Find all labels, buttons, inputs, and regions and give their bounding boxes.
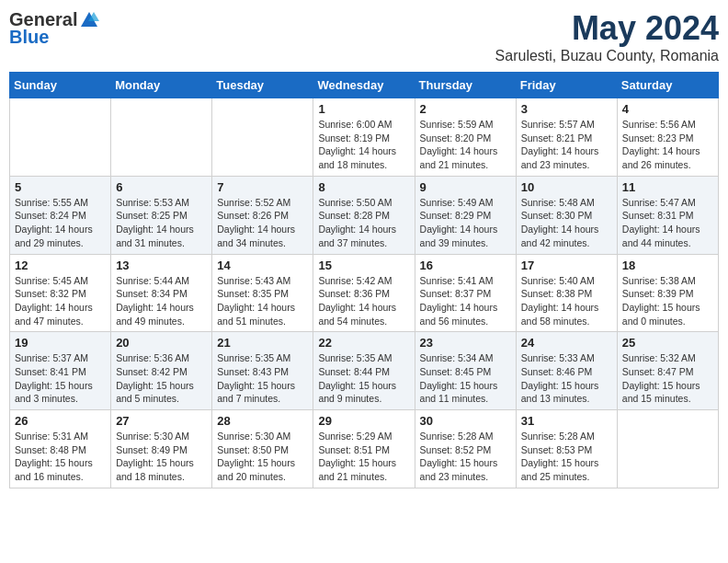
day-number: 25 bbox=[622, 336, 713, 350]
day-info: Sunrise: 5:50 AM Sunset: 8:28 PM Dayligh… bbox=[318, 196, 409, 250]
day-info: Sunrise: 5:48 AM Sunset: 8:30 PM Dayligh… bbox=[521, 196, 612, 250]
day-info: Sunrise: 5:44 AM Sunset: 8:34 PM Dayligh… bbox=[116, 274, 207, 328]
day-info: Sunrise: 5:49 AM Sunset: 8:29 PM Dayligh… bbox=[420, 196, 511, 250]
day-number: 13 bbox=[116, 259, 207, 272]
day-number: 5 bbox=[15, 180, 106, 194]
calendar-cell: 22Sunrise: 5:35 AM Sunset: 8:44 PM Dayli… bbox=[313, 332, 415, 410]
day-info: Sunrise: 5:28 AM Sunset: 8:52 PM Dayligh… bbox=[420, 430, 511, 484]
day-info: Sunrise: 5:43 AM Sunset: 8:35 PM Dayligh… bbox=[217, 274, 308, 328]
header-friday: Friday bbox=[516, 73, 617, 98]
day-number: 19 bbox=[15, 336, 106, 350]
header-sunday: Sunday bbox=[10, 73, 111, 98]
day-number: 2 bbox=[420, 102, 511, 116]
calendar-cell bbox=[617, 410, 718, 488]
day-number: 9 bbox=[420, 180, 511, 194]
day-number: 4 bbox=[622, 102, 713, 116]
day-info: Sunrise: 5:33 AM Sunset: 8:46 PM Dayligh… bbox=[521, 351, 612, 406]
calendar-cell: 12Sunrise: 5:45 AM Sunset: 8:32 PM Dayli… bbox=[10, 254, 111, 332]
day-number: 16 bbox=[420, 259, 511, 272]
calendar-cell: 4Sunrise: 5:56 AM Sunset: 8:23 PM Daylig… bbox=[617, 98, 718, 177]
day-number: 7 bbox=[217, 180, 308, 194]
day-info: Sunrise: 5:41 AM Sunset: 8:37 PM Dayligh… bbox=[420, 274, 511, 328]
calendar-header-row: SundayMondayTuesdayWednesdayThursdayFrid… bbox=[10, 73, 719, 98]
calendar-cell: 6Sunrise: 5:53 AM Sunset: 8:25 PM Daylig… bbox=[111, 176, 212, 254]
calendar-cell: 28Sunrise: 5:30 AM Sunset: 8:50 PM Dayli… bbox=[212, 410, 313, 488]
day-info: Sunrise: 5:45 AM Sunset: 8:32 PM Dayligh… bbox=[15, 274, 106, 328]
day-number: 10 bbox=[521, 180, 612, 194]
day-number: 30 bbox=[420, 414, 511, 428]
calendar-cell: 7Sunrise: 5:52 AM Sunset: 8:26 PM Daylig… bbox=[212, 176, 313, 254]
calendar-cell: 9Sunrise: 5:49 AM Sunset: 8:29 PM Daylig… bbox=[415, 176, 516, 254]
day-info: Sunrise: 5:52 AM Sunset: 8:26 PM Dayligh… bbox=[217, 196, 308, 250]
header-saturday: Saturday bbox=[617, 73, 718, 98]
calendar-cell: 5Sunrise: 5:55 AM Sunset: 8:24 PM Daylig… bbox=[10, 176, 111, 254]
day-number: 20 bbox=[116, 336, 207, 350]
day-number: 28 bbox=[217, 414, 308, 428]
calendar-cell: 15Sunrise: 5:42 AM Sunset: 8:36 PM Dayli… bbox=[313, 254, 415, 332]
day-number: 8 bbox=[318, 180, 409, 194]
calendar-cell: 27Sunrise: 5:30 AM Sunset: 8:49 PM Dayli… bbox=[111, 410, 212, 488]
header-tuesday: Tuesday bbox=[212, 73, 313, 98]
day-info: Sunrise: 5:56 AM Sunset: 8:23 PM Dayligh… bbox=[622, 118, 713, 172]
calendar-table: SundayMondayTuesdayWednesdayThursdayFrid… bbox=[9, 72, 719, 488]
calendar-cell: 30Sunrise: 5:28 AM Sunset: 8:52 PM Dayli… bbox=[415, 410, 516, 488]
day-info: Sunrise: 5:40 AM Sunset: 8:38 PM Dayligh… bbox=[521, 274, 612, 328]
day-info: Sunrise: 5:28 AM Sunset: 8:53 PM Dayligh… bbox=[521, 430, 612, 484]
calendar-cell bbox=[111, 98, 212, 177]
day-info: Sunrise: 5:32 AM Sunset: 8:47 PM Dayligh… bbox=[622, 351, 713, 406]
calendar-cell: 13Sunrise: 5:44 AM Sunset: 8:34 PM Dayli… bbox=[111, 254, 212, 332]
calendar-week-4: 19Sunrise: 5:37 AM Sunset: 8:41 PM Dayli… bbox=[10, 332, 719, 410]
day-info: Sunrise: 5:37 AM Sunset: 8:41 PM Dayligh… bbox=[15, 351, 106, 406]
calendar-cell: 16Sunrise: 5:41 AM Sunset: 8:37 PM Dayli… bbox=[415, 254, 516, 332]
header-thursday: Thursday bbox=[415, 73, 516, 98]
calendar-week-1: 1Sunrise: 6:00 AM Sunset: 8:19 PM Daylig… bbox=[10, 98, 719, 177]
header-wednesday: Wednesday bbox=[313, 73, 415, 98]
calendar-cell: 20Sunrise: 5:36 AM Sunset: 8:42 PM Dayli… bbox=[111, 332, 212, 410]
day-number: 11 bbox=[622, 180, 713, 194]
day-number: 14 bbox=[217, 259, 308, 272]
day-info: Sunrise: 5:57 AM Sunset: 8:21 PM Dayligh… bbox=[521, 118, 612, 172]
day-number: 21 bbox=[217, 336, 308, 350]
calendar-cell: 2Sunrise: 5:59 AM Sunset: 8:20 PM Daylig… bbox=[415, 98, 516, 177]
day-info: Sunrise: 5:35 AM Sunset: 8:44 PM Dayligh… bbox=[318, 351, 409, 406]
day-info: Sunrise: 5:30 AM Sunset: 8:49 PM Dayligh… bbox=[116, 430, 207, 484]
page-header: General Blue May 2024 Sarulesti, Buzau C… bbox=[9, 9, 719, 64]
day-number: 26 bbox=[15, 414, 106, 428]
day-number: 18 bbox=[622, 259, 713, 272]
day-number: 24 bbox=[521, 336, 612, 350]
logo-blue: Blue bbox=[9, 27, 49, 48]
month-title: May 2024 bbox=[495, 9, 719, 48]
calendar-cell: 25Sunrise: 5:32 AM Sunset: 8:47 PM Dayli… bbox=[617, 332, 718, 410]
calendar-cell: 10Sunrise: 5:48 AM Sunset: 8:30 PM Dayli… bbox=[516, 176, 617, 254]
calendar-cell: 3Sunrise: 5:57 AM Sunset: 8:21 PM Daylig… bbox=[516, 98, 617, 177]
day-info: Sunrise: 5:36 AM Sunset: 8:42 PM Dayligh… bbox=[116, 351, 207, 406]
calendar-cell: 24Sunrise: 5:33 AM Sunset: 8:46 PM Dayli… bbox=[516, 332, 617, 410]
calendar-cell: 18Sunrise: 5:38 AM Sunset: 8:39 PM Dayli… bbox=[617, 254, 718, 332]
day-number: 6 bbox=[116, 180, 207, 194]
day-info: Sunrise: 5:47 AM Sunset: 8:31 PM Dayligh… bbox=[622, 196, 713, 250]
day-info: Sunrise: 5:29 AM Sunset: 8:51 PM Dayligh… bbox=[318, 430, 409, 484]
day-number: 15 bbox=[318, 259, 409, 272]
calendar-cell bbox=[10, 98, 111, 177]
day-info: Sunrise: 5:30 AM Sunset: 8:50 PM Dayligh… bbox=[217, 430, 308, 484]
calendar-cell: 19Sunrise: 5:37 AM Sunset: 8:41 PM Dayli… bbox=[10, 332, 111, 410]
calendar-week-2: 5Sunrise: 5:55 AM Sunset: 8:24 PM Daylig… bbox=[10, 176, 719, 254]
day-number: 23 bbox=[420, 336, 511, 350]
calendar-cell bbox=[212, 98, 313, 177]
calendar-cell: 23Sunrise: 5:34 AM Sunset: 8:45 PM Dayli… bbox=[415, 332, 516, 410]
day-info: Sunrise: 5:42 AM Sunset: 8:36 PM Dayligh… bbox=[318, 274, 409, 328]
calendar-cell: 17Sunrise: 5:40 AM Sunset: 8:38 PM Dayli… bbox=[516, 254, 617, 332]
header-monday: Monday bbox=[111, 73, 212, 98]
day-info: Sunrise: 6:00 AM Sunset: 8:19 PM Dayligh… bbox=[318, 118, 409, 172]
day-number: 3 bbox=[521, 102, 612, 116]
day-info: Sunrise: 5:55 AM Sunset: 8:24 PM Dayligh… bbox=[15, 196, 106, 250]
day-info: Sunrise: 5:59 AM Sunset: 8:20 PM Dayligh… bbox=[420, 118, 511, 172]
title-block: May 2024 Sarulesti, Buzau County, Romani… bbox=[495, 9, 719, 64]
day-number: 31 bbox=[521, 414, 612, 428]
day-info: Sunrise: 5:34 AM Sunset: 8:45 PM Dayligh… bbox=[420, 351, 511, 406]
day-number: 12 bbox=[15, 259, 106, 272]
calendar-cell: 29Sunrise: 5:29 AM Sunset: 8:51 PM Dayli… bbox=[313, 410, 415, 488]
calendar-cell: 14Sunrise: 5:43 AM Sunset: 8:35 PM Dayli… bbox=[212, 254, 313, 332]
calendar-week-5: 26Sunrise: 5:31 AM Sunset: 8:48 PM Dayli… bbox=[10, 410, 719, 488]
day-number: 27 bbox=[116, 414, 207, 428]
